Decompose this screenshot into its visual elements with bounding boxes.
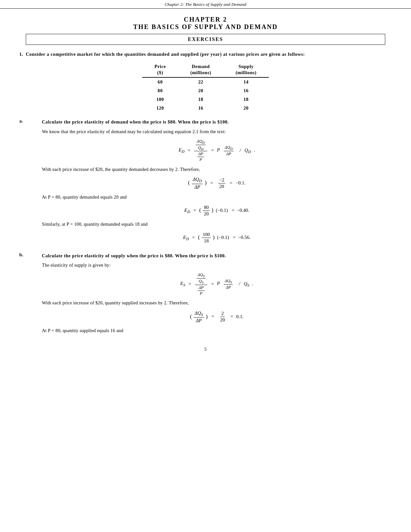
question-1: 1.Consider a competitive market for whic… [19,51,392,58]
part-a-label: a. [19,118,42,124]
table-wrap: Price Demand Supply ($) (millions) (mill… [19,62,392,113]
table-header-row-1: Price Demand Supply [142,62,269,69]
eq-ed-p100: ED = ( 100 18 ) (−0.1) = −0.56. [42,231,392,244]
part-a-at-p100: Similarly, at P = 100, quantity demanded… [42,221,392,228]
page-number: 5 [0,347,411,352]
table-cell-0-1: 22 [178,77,223,86]
exercises-label: EXERCISES [188,36,223,42]
question-number: 1. [19,52,23,57]
table-cell-3-0: 120 [142,104,178,113]
exercises-box: EXERCISES [26,34,385,45]
table-cell-3-2: 20 [223,104,269,113]
part-a-heading: Calculate the price elasticity of demand… [42,118,392,125]
header-text: Chapter 2: The Basics of Supply and Dema… [165,2,247,7]
part-a-explanation1: With each price increase of $20, the qua… [42,166,392,173]
table-cell-1-2: 16 [223,86,269,95]
table-row: 1201620 [142,104,269,113]
chapter-line1: CHAPTER 2 [0,16,411,23]
table-row: 602214 [142,77,269,86]
eq-demand-elasticity: ED = ΔQD QD ΔP P [42,139,392,163]
table-cell-0-0: 60 [142,77,178,86]
chapter-line2: THE BASICS OF SUPPLY AND DEMAND [0,23,411,31]
part-a-at-p80: At P = 80, quantity demanded equals 20 a… [42,193,392,201]
table-row: 1001818 [142,95,269,104]
eq-supply-elasticity: ES = ΔQS QS ΔP P [42,272,392,296]
part-a: a. Calculate the price elasticity of dem… [19,118,392,247]
col-price-label: Price [142,62,178,69]
part-a-intro: We know that the price elasticity of dem… [42,128,392,135]
part-b-intro: The elasticity of supply is given by: [42,261,392,269]
part-b-at-p80: At P = 80, quantity supplied equals 16 a… [42,327,392,334]
table-cell-0-2: 14 [223,77,269,86]
table-cell-3-1: 16 [178,104,223,113]
col-demand-unit: (millions) [178,69,223,77]
table-cell-2-2: 18 [223,95,269,104]
col-demand-label: Demand [178,62,223,69]
part-b-heading: Calculate the price elasticity of supply… [42,252,392,259]
eq-delta-qd: ( ΔQD ΔP ) = −2 20 = −0.1. [42,176,392,190]
col-supply-label: Supply [223,62,269,69]
table-header-row-2: ($) (millions) (millions) [142,69,269,77]
part-a-content: Calculate the price elasticity of demand… [42,118,392,247]
table-body: 60221480201610018181201620 [142,77,269,113]
col-price-unit: ($) [142,69,178,77]
eq-delta-qs: ( ΔQS ΔP ) = 2 20 = 0.1. [42,310,392,324]
table-row: 802016 [142,86,269,95]
part-b-content: Calculate the price elasticity of supply… [42,252,392,337]
table-cell-2-1: 18 [178,95,223,104]
part-b-label: b. [19,252,42,258]
page: Chapter 2: The Basics of Supply and Dema… [0,0,411,532]
main-content: 1.Consider a competitive market for whic… [19,51,392,337]
table-cell-1-1: 20 [178,86,223,95]
col-supply-unit: (millions) [223,69,269,77]
question-text: Consider a competitive market for which … [26,52,305,57]
part-b: b. Calculate the price elasticity of sup… [19,252,392,337]
eq-ed-p80: ED = ( 80 20 ) (−0.1) = −0.40. [42,204,392,217]
top-header: Chapter 2: The Basics of Supply and Dema… [0,0,411,9]
chapter-title-block: CHAPTER 2 THE BASICS OF SUPPLY AND DEMAN… [0,16,411,31]
part-b-explanation1: With each price increase of $20, quantit… [42,299,392,307]
table-cell-2-0: 100 [142,95,178,104]
data-table: Price Demand Supply ($) (millions) (mill… [142,62,269,113]
table-cell-1-0: 80 [142,86,178,95]
